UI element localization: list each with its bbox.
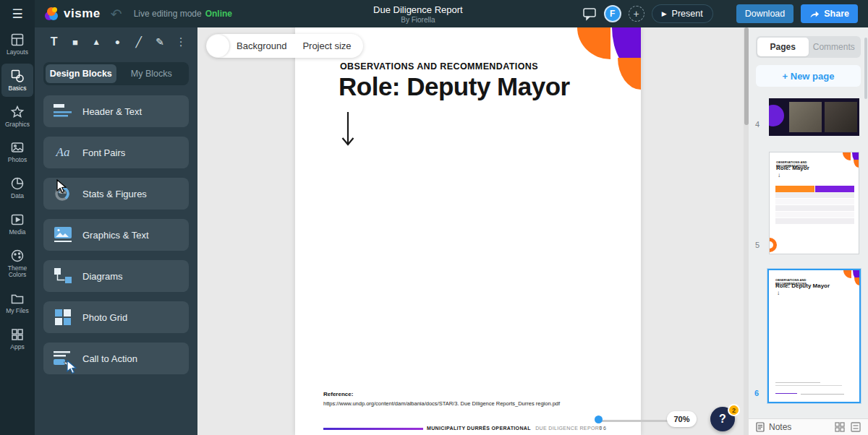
- live-editing-label: Live editing mode: [134, 9, 202, 19]
- sidebar-item-basics[interactable]: Basics: [1, 64, 33, 97]
- thumb5-arrow: ↓: [778, 172, 780, 178]
- call-to-action-icon: [49, 348, 77, 369]
- view-toggle-icons: [835, 422, 861, 432]
- share-label: Share: [824, 9, 849, 19]
- font-pairs-icon: Aa: [49, 142, 77, 163]
- user-avatar[interactable]: F: [604, 5, 621, 22]
- shape-tools-row: T ■ ▲ ● ╱ ✎ ⋮: [35, 27, 197, 56]
- thumb5-title: Role: Mayor: [776, 165, 809, 171]
- notes-icon[interactable]: [756, 422, 765, 432]
- block-label: Diagrams: [82, 271, 123, 282]
- undo-icon[interactable]: ↶: [111, 7, 122, 21]
- footer-text: MUNICIPALITY DURRËS OPERATIONAL DUE DILI…: [427, 426, 603, 431]
- deco-orange-quarter-1[interactable]: [577, 27, 610, 59]
- reference-label[interactable]: Reference:: [323, 391, 353, 397]
- reference-url[interactable]: https://www.undp.org/content/dam/albania…: [323, 400, 560, 407]
- sidebar-item-photos[interactable]: Photos: [1, 135, 33, 168]
- tab-comments[interactable]: Comments: [809, 38, 860, 56]
- block-diagrams[interactable]: Diagrams: [43, 260, 189, 292]
- circle-tool-icon[interactable]: ●: [109, 33, 127, 52]
- tab-design-blocks[interactable]: Design Blocks: [46, 64, 116, 83]
- play-icon: ▶: [662, 10, 667, 17]
- thumb-deco-orange: [843, 270, 851, 278]
- page-title[interactable]: Role: Deputy Mayor: [339, 72, 570, 101]
- canvas-scrollbar-thumb[interactable]: [744, 27, 749, 125]
- zoom-slider-handle[interactable]: [595, 415, 603, 423]
- sidebar-item-label: Photos: [2, 157, 33, 164]
- page-thumbnail-6-selected[interactable]: OBSERVATIONS AND RECOMMENDATIONS Role: D…: [767, 269, 861, 403]
- top-bar: visme ↶ Live editing mode Online Due Dil…: [35, 0, 868, 27]
- block-header-and-text[interactable]: Header & Text: [43, 95, 189, 127]
- present-button[interactable]: ▶ Present: [652, 4, 713, 23]
- background-color-swatch[interactable]: [207, 35, 229, 57]
- line-tool-icon[interactable]: ╱: [129, 33, 148, 52]
- zoom-slider-track[interactable]: [600, 420, 673, 422]
- sidebar-item-media[interactable]: Media: [1, 207, 33, 241]
- pages-panel-tabs: Pages Comments: [756, 36, 861, 58]
- down-arrow-shape[interactable]: [341, 111, 356, 149]
- sidebar-item-apps[interactable]: Apps: [1, 322, 33, 356]
- thumb5-orange-arc: [769, 238, 777, 252]
- thumb4-photo-right: [825, 102, 857, 132]
- aa-glyph: Aa: [56, 145, 70, 160]
- sidebar-item-graphics[interactable]: Graphics: [1, 100, 33, 133]
- notes-button[interactable]: Notes: [769, 422, 791, 432]
- thumb4-purple-circle: [769, 105, 784, 126]
- deco-orange-quarter-2[interactable]: [618, 58, 641, 90]
- block-graphics-and-text[interactable]: Graphics & Text: [43, 219, 189, 251]
- block-stats-and-figures[interactable]: 40% Stats & Figures: [43, 178, 189, 210]
- text-tool-icon[interactable]: T: [45, 33, 63, 52]
- block-font-pairs[interactable]: Aa Font Pairs: [43, 137, 189, 168]
- share-icon: [809, 9, 820, 19]
- page-thumbnail-5[interactable]: OBSERVATIONS AND RECOMMENDATIONS Role: M…: [769, 152, 859, 254]
- thumb4-photo-left: [789, 102, 822, 132]
- zoom-level[interactable]: 70%: [667, 411, 697, 427]
- main-menu-button[interactable]: ☰: [0, 0, 35, 27]
- draw-tool-icon[interactable]: ✎: [150, 33, 169, 52]
- media-icon: [10, 212, 25, 227]
- square-tool-icon[interactable]: ■: [66, 33, 84, 52]
- sidebar-item-theme-colors[interactable]: Theme Colors: [1, 244, 33, 284]
- tab-my-blocks[interactable]: My Blocks: [116, 64, 187, 83]
- project-size-button[interactable]: Project size: [302, 40, 351, 51]
- block-photo-grid[interactable]: Photo Grid: [43, 301, 189, 333]
- visme-flame-icon: [43, 6, 59, 22]
- list-view-icon[interactable]: [851, 422, 861, 432]
- new-page-button[interactable]: + New page: [756, 65, 861, 87]
- page-thumbnail-4[interactable]: [769, 98, 859, 136]
- data-icon: [10, 176, 25, 191]
- sidebar-item-label: Basics: [2, 85, 33, 92]
- block-call-to-action[interactable]: Call to Action: [43, 343, 189, 374]
- grid-view-icon[interactable]: [835, 422, 845, 432]
- thumb-deco-orange-2: [854, 277, 859, 285]
- triangle-tool-icon[interactable]: ▲: [88, 33, 106, 52]
- visme-logo[interactable]: visme: [43, 6, 101, 22]
- more-tools-icon[interactable]: ⋮: [172, 33, 190, 52]
- header-text-icon: [49, 100, 77, 122]
- sidebar-item-layouts[interactable]: Layouts: [1, 27, 33, 61]
- add-collaborator-button[interactable]: +: [629, 6, 644, 22]
- comments-icon[interactable]: [582, 7, 597, 21]
- photo-grid-icon: [49, 306, 77, 328]
- pages-panel-scrollbar[interactable]: [864, 38, 867, 99]
- thumb6-footer-text-line: [801, 394, 844, 395]
- block-label: Header & Text: [82, 106, 142, 117]
- page-kicker-text[interactable]: OBSERVATIONS AND RECOMMENDATIONS: [340, 61, 538, 72]
- page-number-5: 5: [755, 241, 760, 249]
- slide-page[interactable]: OBSERVATIONS AND RECOMMENDATIONS Role: D…: [295, 27, 641, 435]
- sidebar-item-my-files[interactable]: My Files: [1, 286, 33, 319]
- footer-mid: DUE DILIGENCE REPORT: [535, 426, 602, 431]
- background-button[interactable]: Background: [237, 40, 286, 51]
- sidebar-item-label: Theme Colors: [2, 265, 33, 280]
- design-blocks-panel: T ■ ▲ ● ╱ ✎ ⋮ Design Blocks My Blocks He…: [35, 27, 197, 435]
- blocks-tabs: Design Blocks My Blocks: [43, 62, 189, 85]
- thumb5-table-row: [775, 212, 854, 218]
- document-meta[interactable]: Due Diligence Report By Fiorella: [373, 4, 463, 24]
- sidebar-item-data[interactable]: Data: [1, 171, 33, 204]
- footer-page-number: 06: [599, 426, 608, 431]
- canvas-area[interactable]: Background Project size OBSERVATIONS AND…: [197, 27, 749, 435]
- download-button[interactable]: Download: [736, 4, 794, 23]
- share-button[interactable]: Share: [801, 4, 858, 23]
- document-title: Due Diligence Report: [373, 4, 463, 15]
- tab-pages[interactable]: Pages: [757, 38, 809, 56]
